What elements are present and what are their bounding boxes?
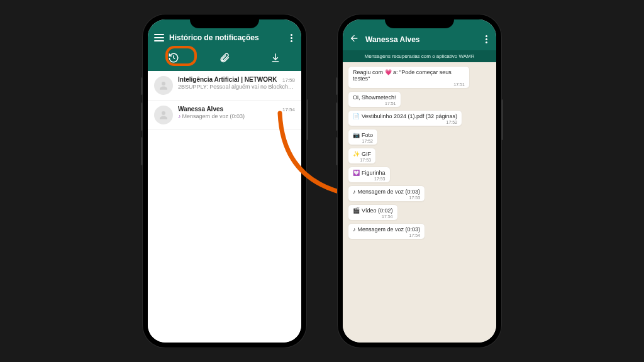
side-button <box>336 77 338 95</box>
message-emoji-icon: ♪ <box>353 226 356 233</box>
notch <box>190 14 259 28</box>
side-button <box>141 102 143 131</box>
notification-title: Wanessa Alves <box>178 106 223 112</box>
side-button <box>141 137 143 165</box>
person-icon <box>158 80 169 91</box>
side-button <box>501 99 503 140</box>
message-time: 17:52 <box>353 120 457 124</box>
message-emoji-icon: 📷 <box>353 132 360 138</box>
notification-title: Inteligência Artificial | NETWORK <box>178 76 277 83</box>
message-emoji-icon: ♪ <box>353 189 356 195</box>
tab-downloads[interactable] <box>263 50 288 66</box>
message-time: 17:52 <box>353 139 373 143</box>
message-time: 17:53 <box>353 158 371 162</box>
avatar <box>154 106 173 124</box>
message-bubble[interactable]: 📄Vestibulinho 2024 (1).pdf (32 páginas)1… <box>348 110 462 126</box>
message-text: 📷Foto <box>353 132 373 138</box>
side-button <box>336 102 338 131</box>
message-bubble[interactable]: ✨GIF17:53 <box>348 148 376 164</box>
download-icon <box>270 52 281 63</box>
notch <box>385 14 454 28</box>
message-emoji-icon: 📄 <box>353 113 360 119</box>
message-time: 17:53 <box>353 177 386 181</box>
side-button <box>336 137 338 165</box>
message-bubble[interactable]: Oi, Showmetech!17:51 <box>348 91 401 107</box>
arrow-left-icon <box>349 33 359 43</box>
message-time: 17:51 <box>353 101 396 106</box>
side-button <box>141 77 143 95</box>
message-emoji-icon: ✨ <box>353 151 360 157</box>
more-options-icon[interactable] <box>287 34 295 42</box>
notification-time: 17:54 <box>282 107 295 112</box>
message-text: ♪Mensagem de voz (0:03) <box>353 226 420 233</box>
side-button <box>306 99 308 140</box>
history-icon <box>168 52 179 63</box>
phone-right: Wanessa Alves Mensagens recuperadas com … <box>338 14 501 348</box>
header-title: Histórico de notificações <box>169 33 282 42</box>
message-bubble[interactable]: ♪Mensagem de voz (0:03)17:53 <box>348 185 425 202</box>
message-emoji-icon: 💟 <box>353 170 360 176</box>
screen-left: Histórico de notificações <box>148 19 301 343</box>
message-time: 17:51 <box>353 82 465 87</box>
music-note-icon: ♪ <box>178 113 181 119</box>
message-bubble[interactable]: 📷Foto17:52 <box>348 129 378 145</box>
notification-list: Inteligência Artificial | NETWORK17:582B… <box>148 71 301 343</box>
notification-item[interactable]: Inteligência Artificial | NETWORK17:582B… <box>148 71 301 101</box>
tab-attachments[interactable] <box>212 50 237 66</box>
message-time: 17:53 <box>353 195 420 200</box>
message-text: 💟Figurinha <box>353 170 386 176</box>
screen-right: Wanessa Alves Mensagens recuperadas com … <box>343 19 496 343</box>
message-bubble[interactable]: ♪Mensagem de voz (0:03)17:54 <box>348 223 425 239</box>
more-options-icon[interactable] <box>482 35 490 43</box>
notification-body: Wanessa Alves17:54♪Mensagem de voz (0:03… <box>178 106 295 124</box>
message-bubble[interactable]: 🎬Vídeo (0:02)17:54 <box>348 204 398 221</box>
message-text: 📄Vestibulinho 2024 (1).pdf (32 páginas) <box>353 113 457 119</box>
svg-point-1 <box>162 82 165 85</box>
notification-body: Inteligência Artificial | NETWORK17:582B… <box>178 76 295 95</box>
person-icon <box>158 109 169 121</box>
paperclip-icon <box>219 52 230 63</box>
message-time: 17:54 <box>353 214 393 219</box>
notification-subtitle: 2BSUPPLY: Pessoal alguém vai no Blockcha… <box>178 84 295 90</box>
chat-title: Wanessa Alves <box>365 35 476 44</box>
info-banner: Mensagens recuperadas com o aplicativo W… <box>343 50 496 62</box>
avatar <box>154 76 173 95</box>
message-text: ♪Mensagem de voz (0:03) <box>353 189 420 195</box>
notification-time: 17:58 <box>282 77 295 83</box>
chat-area[interactable]: Reagiu com 💗 a: "Pode começar seus teste… <box>343 62 496 343</box>
phone-left: Histórico de notificações <box>143 14 306 348</box>
message-bubble[interactable]: Reagiu com 💗 a: "Pode começar seus teste… <box>348 66 470 89</box>
message-emoji-icon: 🎬 <box>353 207 360 214</box>
back-button[interactable] <box>349 33 359 45</box>
tab-bar <box>148 46 301 71</box>
message-text: ✨GIF <box>353 151 371 157</box>
hamburger-menu-icon[interactable] <box>154 34 164 41</box>
message-text: 🎬Vídeo (0:02) <box>353 207 393 214</box>
svg-point-2 <box>162 111 165 115</box>
notification-subtitle: ♪Mensagem de voz (0:03) <box>178 113 295 119</box>
tab-history[interactable] <box>161 50 186 66</box>
message-text: Oi, Showmetech! <box>353 94 396 101</box>
message-text: Reagiu com 💗 a: "Pode começar seus teste… <box>353 69 465 82</box>
notification-item[interactable]: Wanessa Alves17:54♪Mensagem de voz (0:03… <box>148 101 301 130</box>
message-bubble[interactable]: 💟Figurinha17:53 <box>348 167 391 183</box>
message-time: 17:54 <box>353 233 420 238</box>
